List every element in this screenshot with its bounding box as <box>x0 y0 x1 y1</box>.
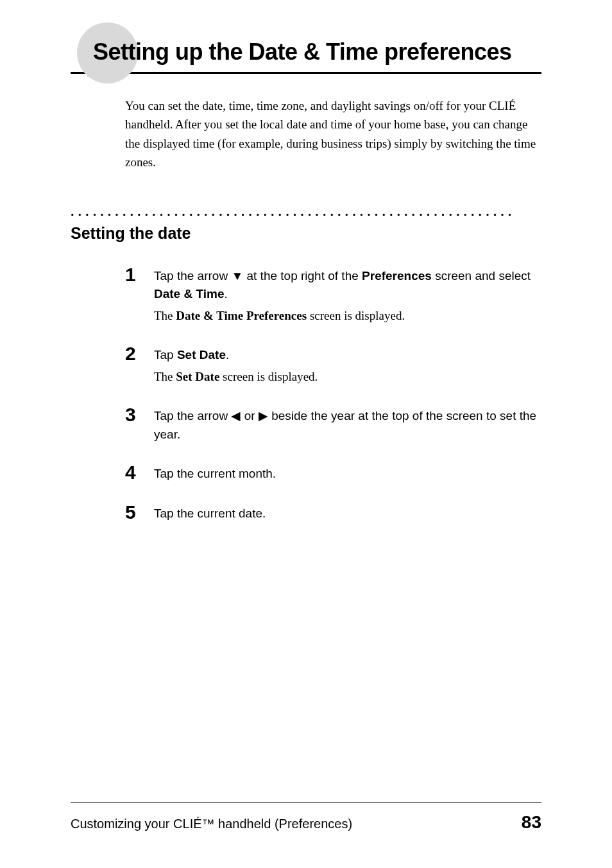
text: screen and select <box>432 269 531 282</box>
dotted-separator: ........................................… <box>71 204 541 219</box>
step-body: Tap the current month. <box>154 463 276 483</box>
footer-row: Customizing your CLIÉ™ handheld (Prefere… <box>71 812 541 833</box>
step-3: 3 Tap the arrow ◀ or ▶ beside the year a… <box>125 405 541 444</box>
step-number: 2 <box>125 344 154 363</box>
bold-text: Date & Time Preferences <box>176 309 307 322</box>
title-underline <box>71 72 541 74</box>
step-note: The Date & Time Preferences screen is di… <box>154 307 541 326</box>
step-body: Tap the current date. <box>154 503 266 523</box>
step-body: Tap the arrow ◀ or ▶ beside the year at … <box>154 405 541 444</box>
step-1: 1 Tap the arrow ▼ at the top right of th… <box>125 265 541 326</box>
page-title: Setting up the Date & Time preferences <box>71 39 541 72</box>
text: The <box>154 309 176 322</box>
step-instruction: Tap the current month. <box>154 465 276 483</box>
step-number: 4 <box>125 463 154 482</box>
page-footer: Customizing your CLIÉ™ handheld (Prefere… <box>71 802 541 833</box>
text: screen is displayed. <box>219 370 318 383</box>
step-instruction: Tap the arrow ▼ at the top right of the … <box>154 267 541 304</box>
left-arrow-icon: ◀ <box>231 409 241 422</box>
step-number: 5 <box>125 503 154 522</box>
text: Tap the arrow <box>154 269 231 282</box>
text: The <box>154 370 176 383</box>
text: screen is displayed. <box>307 309 405 322</box>
step-instruction: Tap Set Date. <box>154 346 318 365</box>
step-number: 3 <box>125 405 154 424</box>
bold-text: Date & Time <box>154 287 224 300</box>
footer-line <box>71 802 541 803</box>
step-instruction: Tap the current date. <box>154 505 266 523</box>
page-number: 83 <box>522 812 541 833</box>
step-body: Tap the arrow ▼ at the top right of the … <box>154 265 541 326</box>
text: Tap the arrow <box>154 409 231 422</box>
step-note: The Set Date screen is displayed. <box>154 368 318 386</box>
section-heading: Setting the date <box>71 224 541 243</box>
step-instruction: Tap the arrow ◀ or ▶ beside the year at … <box>154 407 541 444</box>
text: . <box>226 348 229 361</box>
bold-text: Set Date <box>176 370 219 383</box>
step-5: 5 Tap the current date. <box>125 503 541 523</box>
step-body: Tap Set Date. The Set Date screen is dis… <box>154 344 318 386</box>
text: or <box>241 409 258 422</box>
down-arrow-icon: ▼ <box>231 269 243 282</box>
step-number: 1 <box>125 265 154 284</box>
right-arrow-icon: ▶ <box>259 409 268 422</box>
text: at the top right of the <box>243 269 362 282</box>
text: Tap <box>154 348 177 361</box>
bold-text: Preferences <box>362 269 432 282</box>
step-4: 4 Tap the current month. <box>125 463 541 483</box>
footer-section-title: Customizing your CLIÉ™ handheld (Prefere… <box>71 817 352 831</box>
text: . <box>224 287 227 300</box>
step-2: 2 Tap Set Date. The Set Date screen is d… <box>125 344 541 386</box>
title-area: Setting up the Date & Time preferences <box>71 39 541 74</box>
bold-text: Set Date <box>177 348 226 361</box>
steps-list: 1 Tap the arrow ▼ at the top right of th… <box>125 265 541 523</box>
intro-paragraph: You can set the date, time, time zone, a… <box>125 96 541 172</box>
